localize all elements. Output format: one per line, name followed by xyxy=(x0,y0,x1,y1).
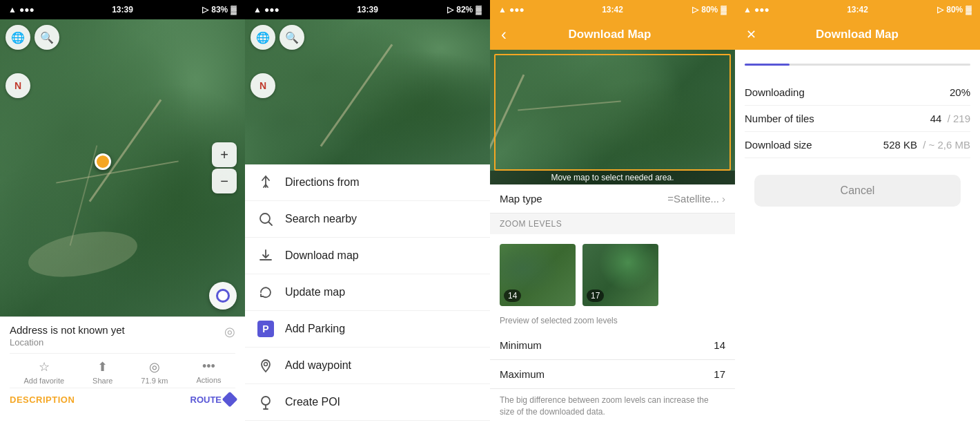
search-button-2[interactable]: 🔍 xyxy=(280,25,304,50)
search-button-1[interactable]: 🔍 xyxy=(35,25,59,50)
directions-label: Directions from xyxy=(285,176,360,189)
location-icon-2: ▷ xyxy=(447,5,453,15)
status-bar-left-1: ▲ ●●● xyxy=(8,5,35,15)
maximum-zoom-row[interactable]: Maximum 17 xyxy=(490,360,735,389)
zoom-in-1[interactable]: + xyxy=(212,142,237,167)
my-location-button-1[interactable] xyxy=(209,282,237,310)
actions-label: Actions xyxy=(196,376,221,384)
cancel-section-4: Cancel xyxy=(735,165,980,216)
download-map-header: ‹ Download Map xyxy=(490,19,735,50)
menu-item-update-map[interactable]: Update map xyxy=(245,274,490,311)
close-button-4[interactable]: ✕ xyxy=(743,24,759,45)
signal-icon-2: ●●● xyxy=(264,5,280,15)
location-icon-3: ▷ xyxy=(692,5,698,15)
globe-button-2[interactable]: 🌐 xyxy=(251,25,275,50)
wifi-icon-3: ▲ xyxy=(498,5,507,15)
status-bar-right-1: ▷ 83% ▓ xyxy=(202,5,237,15)
share-button[interactable]: ⬆ Share xyxy=(92,359,112,385)
size-current: 528 KB xyxy=(883,139,917,151)
location-icon-4: ▷ xyxy=(937,5,943,15)
map-clearing xyxy=(25,225,141,285)
status-bar-1: ▲ ●●● 13:39 ▷ 83% ▓ xyxy=(0,0,245,19)
header-title-3: Download Map xyxy=(515,28,705,41)
zoom-thumb-14[interactable]: 14 xyxy=(500,244,576,306)
map-pin-1 xyxy=(95,153,111,170)
cancel-button-4[interactable]: Cancel xyxy=(754,175,961,207)
phone-2: ▲ ●●● 13:39 ▷ 82% ▓ 🌐 🔍 N xyxy=(245,0,490,427)
downloading-stat-row: Downloading 20% xyxy=(745,79,970,106)
map-preview-3[interactable]: Move map to select needed area. xyxy=(490,50,735,184)
description-button[interactable]: DESCRIPTION xyxy=(10,395,75,405)
download-map-icon xyxy=(256,246,275,265)
tiles-current: 44 xyxy=(930,113,942,124)
battery-3: 80% xyxy=(701,5,718,15)
minimum-zoom-row[interactable]: Minimum 14 xyxy=(490,331,735,360)
info-footer-1: DESCRIPTION ROUTE xyxy=(10,388,235,406)
menu-item-poi[interactable]: Create POI xyxy=(245,384,490,421)
status-bar-time-2: 13:39 xyxy=(357,5,378,15)
zoom-section-header: ZOOM LEVELS xyxy=(490,213,735,234)
phone-1: ▲ ●●● 13:39 ▷ 83% ▓ 🌐 🔍 N xyxy=(0,0,245,427)
menu-item-directions[interactable]: Directions from xyxy=(245,164,490,201)
size-total: / ~ 2,6 MB xyxy=(923,139,970,151)
download-map-label: Download map xyxy=(285,249,359,262)
zoom-thumb-17[interactable]: 17 xyxy=(582,244,658,306)
north-label-1: N xyxy=(14,80,21,91)
map-type-value: =Satellite... › xyxy=(667,193,725,205)
distance-button[interactable]: ◎ 71.9 km xyxy=(141,359,168,385)
menu-item-download-map[interactable]: Download map xyxy=(245,238,490,274)
star-icon: ☆ xyxy=(39,359,50,374)
battery-1: 83% xyxy=(211,5,228,15)
context-menu: Directions from Search nearby Download m… xyxy=(245,164,490,427)
directions-icon xyxy=(256,173,275,192)
map-road-2a xyxy=(320,44,393,146)
actions-button[interactable]: ••• Actions xyxy=(196,359,221,385)
map-satellite-1 xyxy=(0,19,245,316)
route-diamond-icon xyxy=(222,392,238,408)
compass-1[interactable]: N xyxy=(6,68,30,98)
zoom-warning-text: The big difference between zoom levels c… xyxy=(490,389,735,427)
zoom-out-1[interactable]: − xyxy=(212,169,237,193)
map-selection-border xyxy=(494,54,731,171)
maximum-value: 17 xyxy=(714,368,725,380)
maximum-label: Maximum xyxy=(500,368,545,380)
size-stat-row: Download size 528 KB / ~ 2,6 MB xyxy=(745,132,970,158)
tiles-value: 44 / 219 xyxy=(930,113,970,124)
globe-button-1[interactable]: 🌐 xyxy=(6,25,30,50)
route-button[interactable]: ROUTE xyxy=(190,394,236,405)
poi-icon xyxy=(256,392,275,412)
battery-2: 82% xyxy=(456,5,473,15)
map-view-2[interactable]: 🌐 🔍 N xyxy=(245,19,490,164)
menu-item-osm[interactable]: + Open OSM Note xyxy=(245,421,490,427)
map-type-label: Map type xyxy=(500,193,542,205)
location-subtitle-1: Location xyxy=(10,337,125,348)
location-pin-icon: ◎ xyxy=(224,324,235,339)
status-bar-time-1: 13:39 xyxy=(112,5,133,15)
status-bar-right-2: ▷ 82% ▓ xyxy=(447,5,482,15)
search-nearby-icon xyxy=(256,209,275,229)
info-actions-1: ☆ Add favorite ⬆ Share ◎ 71.9 km ••• Act… xyxy=(10,353,235,388)
status-bar-time-4: 13:42 xyxy=(847,5,868,15)
map-type-row[interactable]: Map type =Satellite... › xyxy=(490,184,735,213)
search-nearby-label: Search nearby xyxy=(285,213,357,225)
map-view-1[interactable]: 🌐 🔍 N + − xyxy=(0,19,245,316)
menu-item-waypoint[interactable]: Add waypoint xyxy=(245,348,490,384)
status-bar-left-2: ▲ ●●● xyxy=(253,5,280,15)
location-circle-icon xyxy=(216,289,230,303)
zoom-preview-hint: Preview of selected zoom levels xyxy=(490,316,735,331)
minimum-label: Minimum xyxy=(500,339,542,351)
map-controls-2: 🌐 🔍 xyxy=(251,25,304,50)
add-favorite-label: Add favorite xyxy=(23,377,64,385)
menu-item-search[interactable]: Search nearby xyxy=(245,201,490,238)
chevron-right-icon-3: › xyxy=(722,193,725,205)
svg-point-3 xyxy=(262,397,270,405)
back-button-3[interactable]: ‹ xyxy=(498,22,509,47)
compass-2[interactable]: N xyxy=(251,68,275,98)
map-road-2 xyxy=(56,160,179,183)
zoom-controls-1: + − xyxy=(212,142,237,193)
parking-label: Add Parking xyxy=(285,323,345,335)
update-map-label: Update map xyxy=(285,286,345,298)
add-favorite-button[interactable]: ☆ Add favorite xyxy=(23,359,64,385)
more-icon: ••• xyxy=(202,359,215,374)
menu-item-parking[interactable]: P Add Parking xyxy=(245,311,490,348)
